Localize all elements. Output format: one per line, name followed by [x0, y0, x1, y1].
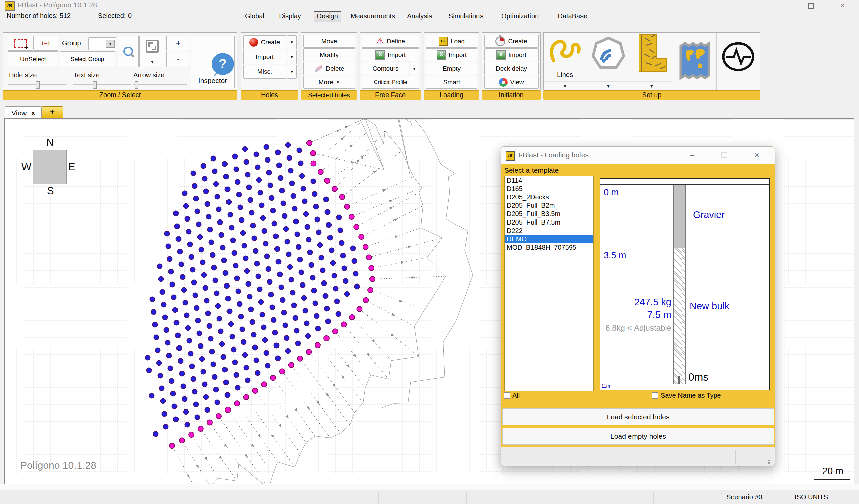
menu-database[interactable]: DataBase — [555, 11, 590, 22]
chevron-down-icon: ▼ — [290, 69, 294, 74]
free-face-import-button[interactable]: XImport — [362, 48, 419, 61]
dialog-title-bar[interactable]: IB I-Blast - Loading holes – × — [501, 147, 775, 164]
save-name-checkbox[interactable] — [652, 392, 658, 399]
inspector-button[interactable]: Inspector — [191, 35, 235, 89]
all-checkbox-label: All — [512, 392, 520, 399]
explosive-name-label: New bulk — [690, 301, 729, 312]
menu-analysis[interactable]: Analysis — [404, 11, 435, 22]
dialog-restore-button[interactable] — [717, 151, 732, 160]
load-button[interactable]: HFLoad — [426, 34, 477, 48]
contours-button[interactable]: Contours — [362, 62, 409, 75]
hole-bottom-line — [601, 384, 769, 384]
initiation-create-button[interactable]: Create — [484, 34, 539, 48]
template-item[interactable]: DEMO — [504, 235, 593, 243]
minimize-button[interactable]: – — [773, 2, 788, 10]
menu-optimization[interactable]: Optimization — [499, 11, 541, 22]
load-selected-holes-button[interactable]: Load selected holes — [502, 409, 774, 425]
compass-east-label: E — [69, 161, 75, 173]
app-icon: IB — [5, 1, 15, 11]
lines-button[interactable]: Lines ▼ — [544, 32, 587, 90]
resize-grip[interactable] — [767, 460, 771, 464]
signal-button[interactable]: ▼ — [587, 32, 630, 90]
dialog-close-button[interactable]: × — [749, 151, 764, 160]
load-empty-holes-button[interactable]: Load empty holes — [502, 428, 774, 445]
watermark: Polígono 10.1.28 — [20, 460, 96, 471]
fit-view-button[interactable] — [139, 35, 165, 57]
dialog-minimize-button[interactable]: – — [685, 151, 699, 160]
empty-button[interactable]: Empty — [426, 62, 477, 75]
free-face-group-label: Free Face — [360, 91, 421, 99]
define-free-face-button[interactable]: ⚠Define — [362, 34, 419, 48]
template-item[interactable]: D205_Full_B3.5m — [504, 210, 593, 218]
fit-view-dropdown[interactable]: ▼ — [139, 57, 165, 67]
window-title: I-Blast - Polígono 10.1.28 — [17, 1, 97, 9]
zoom-button[interactable] — [118, 35, 139, 67]
dialog-icon: IB — [506, 152, 515, 161]
modify-button[interactable]: Modify — [303, 48, 355, 61]
template-list[interactable]: D114D165D205_2DecksD205_Full_B2mD205_Ful… — [504, 176, 593, 391]
selected-holes-group-label: Selected holes — [301, 91, 357, 99]
zoom-in-button[interactable]: + — [166, 35, 190, 51]
holes-misc-dropdown[interactable]: ▼ — [287, 65, 297, 79]
measure-button[interactable]: +–+ — [33, 35, 58, 51]
smart-button[interactable]: Smart — [426, 76, 477, 89]
initiation-view-button[interactable]: View — [484, 76, 539, 89]
text-size-slider[interactable] — [74, 81, 131, 88]
menu-global[interactable]: Global — [242, 11, 267, 22]
holes-create-dropdown[interactable]: ▼ — [287, 35, 297, 49]
critical-profile-button[interactable]: Critical Profile — [362, 76, 419, 89]
group-dropdown[interactable]: ▼ — [88, 37, 117, 50]
holes-misc-button[interactable]: Misc. — [243, 65, 286, 79]
template-item[interactable]: D222 — [504, 226, 593, 235]
borehole-button[interactable]: ▼ — [630, 32, 674, 90]
deck-delay-button[interactable]: Deck delay — [484, 62, 539, 75]
charge-column[interactable] — [674, 248, 685, 384]
move-button[interactable]: Move — [303, 34, 355, 48]
template-item[interactable]: D114 — [504, 176, 593, 185]
lines-squiggle-icon — [549, 35, 581, 66]
menu-display[interactable]: Display — [276, 11, 304, 22]
pulse-icon — [721, 40, 755, 74]
template-item[interactable]: MOD_B1848H_707595 — [504, 243, 593, 252]
chevron-down-icon: ▼ — [630, 81, 673, 89]
marquee-select-button[interactable] — [8, 35, 33, 51]
tab-view[interactable]: View x — [5, 106, 42, 119]
template-item[interactable]: D205_2Decks — [504, 193, 593, 201]
loading-import-button[interactable]: XImport — [426, 48, 477, 61]
zoom-out-button[interactable]: - — [166, 52, 190, 67]
holes-import-dropdown[interactable]: ▼ — [287, 50, 297, 64]
excel-icon: X — [376, 50, 385, 60]
add-tab-button[interactable]: + — [42, 106, 63, 118]
template-item[interactable]: D205_Full_B7.5m — [504, 218, 593, 226]
menu-design[interactable]: Design — [314, 11, 341, 22]
delete-button[interactable]: Delete — [303, 62, 355, 75]
all-checkbox[interactable] — [504, 392, 510, 399]
compass-north-label: N — [46, 137, 54, 149]
top-depth-label: 0 m — [604, 187, 619, 198]
more-button[interactable]: More▼ — [303, 76, 355, 89]
holes-import-button[interactable]: Import — [243, 50, 286, 64]
hole-size-label: Hole size — [9, 72, 36, 79]
close-button[interactable]: × — [835, 2, 850, 10]
title-bar: IB I-Blast - Polígono 10.1.28 – × — [0, 0, 859, 10]
holes-create-button[interactable]: Create — [243, 35, 286, 49]
stemming-column[interactable] — [674, 185, 685, 248]
menu-simulations[interactable]: Simulations — [446, 11, 486, 22]
hole-size-slider[interactable] — [9, 81, 66, 88]
seismograph-button[interactable] — [717, 32, 760, 90]
contours-dropdown[interactable]: ▼ — [410, 62, 419, 75]
initiation-import-button[interactable]: XImport — [484, 48, 539, 61]
unselect-button[interactable]: UnSelect — [8, 51, 58, 67]
menu-measurements[interactable]: Measurements — [348, 11, 397, 22]
loading-diagram[interactable]: 0 m Gravier 3.5 m 247.5 kg 7.5 m 6.8kg <… — [600, 178, 770, 390]
magnifier-icon — [123, 47, 133, 56]
select-group-button[interactable]: Select Group — [60, 51, 115, 67]
arrow-size-slider[interactable] — [133, 81, 187, 88]
restore-button[interactable] — [803, 2, 819, 10]
template-item[interactable]: D165 — [504, 185, 593, 193]
tab-close-icon[interactable]: x — [31, 109, 35, 116]
save-name-checkbox-label: Save Name as Type — [661, 392, 721, 399]
compass-south-label: S — [47, 185, 54, 197]
template-item[interactable]: D205_Full_B2m — [504, 201, 593, 210]
world-map-button[interactable] — [674, 32, 717, 90]
